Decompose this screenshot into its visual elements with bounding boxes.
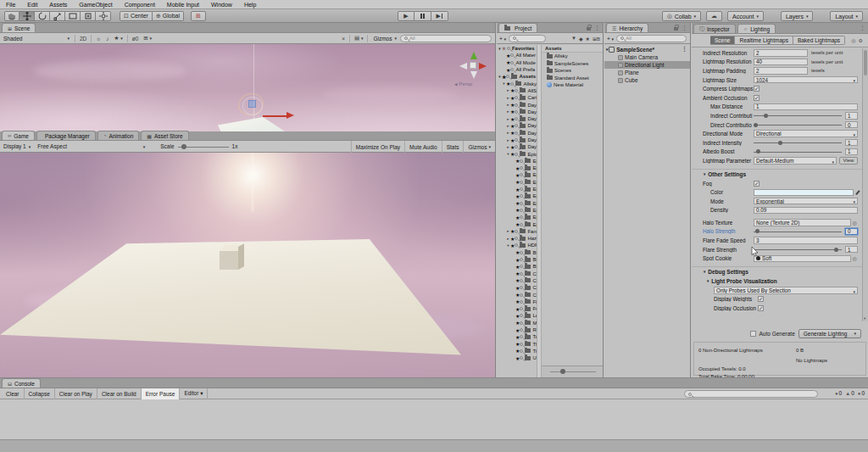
indirect-intensity-value[interactable]: 1 (845, 139, 858, 147)
console-button[interactable]: Clear (2, 388, 25, 399)
console-log-area[interactable] (0, 399, 868, 440)
2d-toggle[interactable]: 2D (77, 36, 89, 42)
thumbnail-zoom-thumb[interactable] (560, 369, 565, 374)
indirect-contribution-value[interactable]: 1 (845, 112, 858, 120)
game-area-tab[interactable]: ▦Asset Store (141, 131, 188, 140)
display-weights-checkbox[interactable]: ✓ (758, 296, 764, 302)
project-tree-item[interactable]: ★ Epi (497, 165, 537, 171)
probe-mode-dropdown[interactable]: Only Probes Used By Selection▾ (714, 287, 858, 294)
console-count[interactable]: ●0 (858, 390, 865, 396)
project-tree-item[interactable]: ★ Clo (497, 291, 537, 298)
project-tree-item[interactable]: ★ Epi (497, 207, 537, 214)
generate-lighting-button[interactable]: Generate Lighting▾ (798, 329, 861, 338)
project-tree-item[interactable]: ★ Assets (497, 73, 537, 80)
rect-tool-button[interactable] (65, 11, 81, 21)
grid-snap-button[interactable]: ⊞ (191, 11, 206, 21)
lightmap-resolution-field[interactable]: 40 (754, 59, 808, 66)
project-tree-item[interactable]: ★ Blo (497, 256, 537, 263)
project-tree-item[interactable]: ★ Cec (497, 277, 537, 284)
scale-slider-thumb[interactable] (181, 144, 186, 149)
project-tree-item[interactable]: ★ Blo (497, 249, 537, 256)
pivot-global-button[interactable]: ⊕Global (153, 11, 184, 21)
assets-column-header[interactable]: Assets (542, 45, 603, 53)
project-tree-item[interactable]: ★ HDRI (497, 242, 537, 248)
project-tree-item[interactable]: ★ All Mode (497, 59, 537, 66)
light-probe-visualization-header[interactable]: ▾Light Probe Visualization (692, 276, 862, 286)
tab-inspector[interactable]: ⓘInspector (693, 24, 736, 33)
tab-lighting[interactable]: ☼Lighting (737, 24, 776, 33)
menu-item[interactable]: Component (119, 0, 161, 9)
rotate-tool-button[interactable] (35, 11, 50, 21)
ambient-occlusion-checkbox[interactable]: ✓ (754, 95, 760, 101)
asset-list-item[interactable]: SampleScenes (542, 60, 603, 68)
draw-mode-dropdown[interactable]: Shaded▾ (0, 34, 73, 43)
project-tree-item[interactable]: ★ Fanta (497, 228, 537, 235)
scene-effects-toggle[interactable]: ★ ▾ (112, 35, 125, 42)
asset-list-item[interactable]: Scenes (542, 67, 603, 75)
scene-camera-button[interactable]: ▤ ▾ (352, 35, 365, 42)
console-button[interactable]: Collapse (25, 388, 55, 399)
hierarchy-search-input[interactable]: All (616, 35, 687, 42)
project-tree-item[interactable]: ★ Roc (497, 326, 537, 333)
project-tree-item[interactable]: ★ Cay (497, 271, 537, 277)
save-search-star-icon[interactable]: ★ (586, 36, 590, 42)
project-tree-item[interactable]: ★ The (497, 340, 537, 347)
console-count[interactable]: ▲0 (845, 390, 854, 396)
project-tree-item[interactable]: ★ Epi (497, 220, 537, 227)
project-tree-item[interactable]: ★ Epic (497, 150, 537, 157)
menu-item[interactable]: GameObject (73, 0, 118, 9)
project-tree-item[interactable]: ★ All Mater (497, 52, 537, 59)
panel-menu-icon[interactable]: ⋮ (594, 25, 600, 31)
scene-visibility-toggle[interactable]: ø0 (130, 36, 142, 42)
layers-dropdown[interactable]: Layers▾ (781, 11, 814, 21)
collab-dropdown[interactable]: ◎Collab▾ (662, 11, 701, 21)
max-distance-field[interactable]: 1 (754, 103, 858, 111)
project-tree-item[interactable]: ★ Day T (497, 143, 537, 150)
create-add-button[interactable]: + ▾ (497, 36, 509, 42)
project-tree-item[interactable]: ★ Fun (497, 305, 537, 312)
move-tool-button[interactable] (19, 11, 35, 21)
panel-menu-icon[interactable]: ⋮ (682, 25, 687, 31)
project-tree-item[interactable]: ★ AllSky (497, 87, 537, 94)
auto-generate-checkbox[interactable] (750, 331, 756, 337)
panel-menu-icon[interactable]: ⋮ (860, 25, 865, 31)
halo-strength-slider[interactable] (754, 228, 842, 235)
project-tree-item[interactable]: ★ Favorites (497, 45, 537, 52)
project-tree-item[interactable]: ★ Day S (497, 137, 537, 143)
indirect-contribution-slider[interactable] (754, 112, 842, 119)
halo-texture-field[interactable]: None (Texture 2D) (754, 219, 851, 226)
console-button[interactable]: Editor ▾ (180, 388, 208, 399)
halo-strength-value[interactable]: 0 (845, 228, 858, 236)
x-axis-handle[interactable] (263, 115, 288, 117)
scrollbar-thumb[interactable] (864, 50, 867, 75)
console-button[interactable]: Clear on Play (55, 388, 97, 399)
view-button[interactable]: View (839, 157, 858, 165)
scene-audio-toggle[interactable]: ♪ (103, 36, 111, 42)
project-tree-item[interactable]: ★ Len (497, 312, 537, 319)
game-area-tab[interactable]: ◔Animation (97, 131, 140, 140)
maximize-on-play-toggle[interactable]: Maximize On Play (351, 141, 404, 153)
create-add-button[interactable]: + ▾ (604, 36, 616, 42)
console-button[interactable]: Error Pause (142, 388, 181, 399)
project-tree-item[interactable]: ★ Blu (497, 263, 537, 270)
asset-list-item[interactable]: New Material (542, 81, 603, 89)
project-tree-item[interactable]: ★ Day S (497, 115, 537, 122)
hierarchy-item[interactable]: Plane (604, 69, 690, 76)
search-by-type-icon[interactable]: ▼ (571, 36, 576, 42)
project-tree-item[interactable]: ★ Day S (497, 109, 537, 115)
x-axis-cone[interactable] (479, 63, 487, 70)
scene-menu-icon[interactable]: ⋮ (682, 46, 687, 52)
aspect-dropdown[interactable]: Free Aspect▾ (34, 142, 148, 151)
compress-lightmaps-checkbox[interactable]: ✓ (754, 86, 760, 92)
project-tree-item[interactable]: ★ Cir (497, 284, 537, 291)
tab-project[interactable]: Project (498, 23, 537, 32)
project-tree-item[interactable]: ★ Epi (497, 171, 537, 178)
lock-icon[interactable] (587, 27, 591, 31)
menu-item[interactable]: File (0, 0, 21, 9)
lighting-subtab[interactable]: Scene (710, 36, 735, 45)
y-axis-cone[interactable] (470, 52, 477, 59)
account-dropdown[interactable]: Account▾ (727, 11, 764, 21)
hierarchy-item[interactable]: Directional Light (604, 61, 690, 69)
help-icon[interactable]: ◎ (851, 37, 855, 43)
tab-console[interactable]: ⊟Console (2, 378, 41, 388)
